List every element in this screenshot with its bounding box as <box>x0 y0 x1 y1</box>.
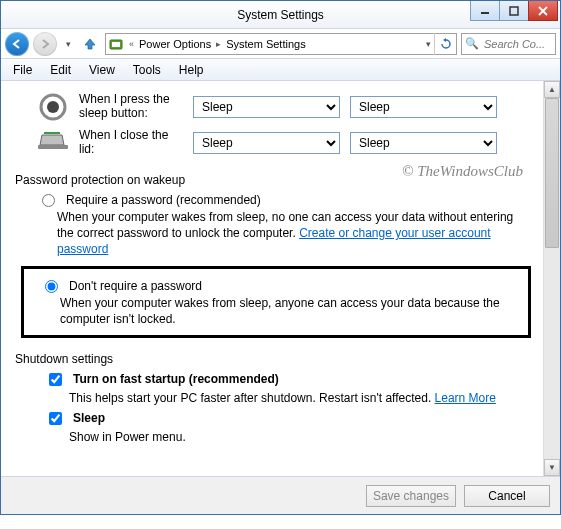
menu-edit[interactable]: Edit <box>42 61 79 79</box>
sleep-button-icon <box>37 91 69 123</box>
menu-tools[interactable]: Tools <box>125 61 169 79</box>
sleep-setting-checkbox[interactable] <box>49 412 62 425</box>
search-icon: 🔍 <box>462 37 482 50</box>
fast-startup-row: Turn on fast startup (recommended) <box>45 372 539 389</box>
svg-rect-8 <box>38 145 68 149</box>
require-password-radio[interactable] <box>42 194 55 207</box>
require-password-label: Require a password (recommended) <box>66 193 261 207</box>
address-dropdown[interactable]: ▾ <box>423 39 434 49</box>
search-input[interactable] <box>482 37 552 51</box>
sleep-button-row: When I press the sleep button: Sleep Sle… <box>33 91 539 123</box>
shutdown-section-title: Shutdown settings <box>15 352 539 366</box>
navigation-bar: ▾ « Power Options ▸ System Settings ▾ 🔍 <box>1 29 560 59</box>
save-changes-button[interactable]: Save changes <box>366 485 456 507</box>
lid-battery-select[interactable]: Sleep <box>193 132 340 154</box>
laptop-lid-icon <box>37 127 69 159</box>
window-controls <box>471 1 558 21</box>
lid-label: When I close the lid: <box>79 129 183 157</box>
nav-back-button[interactable] <box>5 32 29 56</box>
svg-rect-1 <box>510 7 518 15</box>
menu-help[interactable]: Help <box>171 61 212 79</box>
dont-require-password-label: Don't require a password <box>69 279 202 293</box>
lid-plugged-select[interactable]: Sleep <box>350 132 497 154</box>
password-section-title: Password protection on wakeup <box>15 173 539 187</box>
maximize-button[interactable] <box>499 1 529 21</box>
refresh-button[interactable] <box>434 33 456 55</box>
require-password-radio-row: Require a password (recommended) <box>37 193 539 207</box>
titlebar[interactable]: System Settings <box>1 1 560 29</box>
nav-forward-button[interactable] <box>33 32 57 56</box>
lid-row: When I close the lid: Sleep Sleep <box>33 127 539 159</box>
sleep-button-label: When I press the sleep button: <box>79 93 183 121</box>
chevron-right-icon[interactable]: ▸ <box>213 39 224 49</box>
dont-require-highlight: Don't require a password When your compu… <box>21 266 531 338</box>
cancel-button[interactable]: Cancel <box>464 485 550 507</box>
nav-up-button[interactable] <box>79 33 101 55</box>
scroll-thumb[interactable] <box>545 98 559 248</box>
scroll-up-button[interactable]: ▲ <box>544 81 560 98</box>
bottom-bar: Save changes Cancel <box>1 476 560 514</box>
fast-startup-label: Turn on fast startup (recommended) <box>73 372 279 386</box>
fast-startup-checkbox[interactable] <box>49 373 62 386</box>
minimize-button[interactable] <box>470 1 500 21</box>
menu-file[interactable]: File <box>5 61 40 79</box>
breadcrumb-root-chevron[interactable]: « <box>126 39 137 49</box>
vertical-scrollbar[interactable]: ▲ ▼ <box>543 81 560 476</box>
control-panel-icon <box>106 34 126 54</box>
breadcrumb-power-options[interactable]: Power Options <box>137 38 213 50</box>
dont-require-password-radio[interactable] <box>45 280 58 293</box>
nav-history-dropdown[interactable]: ▾ <box>61 39 75 49</box>
search-box[interactable]: 🔍 <box>461 33 556 55</box>
sleep-setting-label: Sleep <box>73 411 105 425</box>
dont-require-password-desc: When your computer wakes from sleep, any… <box>60 295 510 327</box>
address-bar[interactable]: « Power Options ▸ System Settings ▾ <box>105 33 457 55</box>
content-area: © TheWindowsClub When I press the sleep … <box>1 81 543 476</box>
svg-rect-5 <box>112 42 120 47</box>
svg-point-7 <box>47 101 59 113</box>
require-password-desc: When your computer wakes from sleep, no … <box>57 209 527 258</box>
breadcrumb-system-settings[interactable]: System Settings <box>224 38 307 50</box>
menu-view[interactable]: View <box>81 61 123 79</box>
close-button[interactable] <box>528 1 558 21</box>
sleep-setting-row: Sleep <box>45 411 539 428</box>
system-settings-window: System Settings ▾ « Power Options ▸ Syst… <box>0 0 561 515</box>
menu-bar: File Edit View Tools Help <box>1 59 560 81</box>
learn-more-link[interactable]: Learn More <box>435 391 496 405</box>
dont-require-password-radio-row: Don't require a password <box>40 279 524 293</box>
sleep-button-battery-select[interactable]: Sleep <box>193 96 340 118</box>
sleep-setting-desc: Show in Power menu. <box>69 430 539 444</box>
scroll-down-button[interactable]: ▼ <box>544 459 560 476</box>
sleep-button-plugged-select[interactable]: Sleep <box>350 96 497 118</box>
fast-startup-desc: This helps start your PC faster after sh… <box>69 391 539 405</box>
